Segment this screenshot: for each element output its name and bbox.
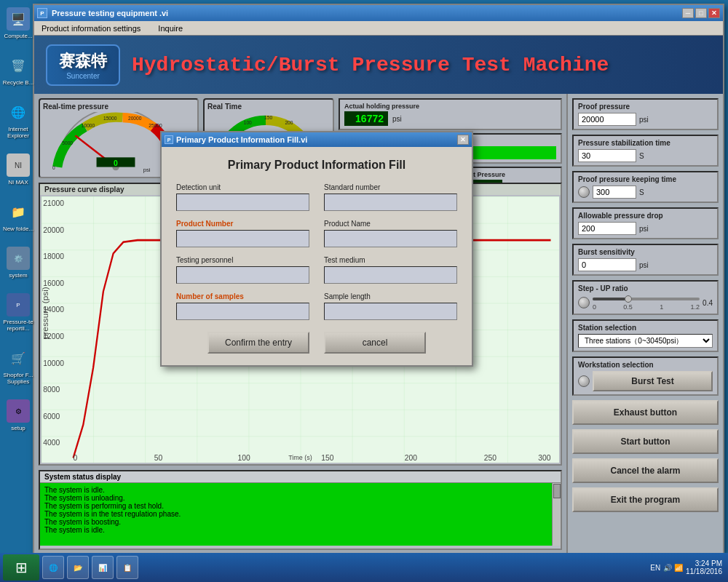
sample-length-input[interactable] (324, 303, 457, 320)
test-medium-label: Test medium (324, 256, 457, 264)
form-test-medium: Test medium (324, 256, 457, 284)
modal-title-bar-text: Primary Product Information Fill.vi (176, 135, 307, 144)
number-samples-input[interactable] (176, 303, 309, 320)
taskbar-item-3[interactable]: 📊 (92, 556, 114, 579)
modal-title-bar: P Primary Product Information Fill.vi ✕ (162, 132, 472, 147)
modal-content: Primary Product Information Fill Detecti… (162, 147, 472, 365)
product-name-label: Product Name (324, 220, 457, 228)
form-product-name: Product Name (324, 220, 457, 247)
detection-unit-label: Detection unit (176, 183, 309, 191)
taskbar-item-4[interactable]: 📋 (116, 556, 138, 579)
form-product-number: Product Number (176, 220, 309, 247)
standard-number-input[interactable] (324, 194, 457, 211)
product-number-label: Product Number (176, 220, 309, 228)
tray-icons: 🔊 📶 (663, 564, 683, 572)
testing-personnel-input[interactable] (176, 266, 309, 284)
taskbar-tray: EN 🔊 📶 3:24 PM 11/18/2016 (644, 559, 728, 575)
taskbar-item-2[interactable]: 📂 (67, 556, 89, 579)
test-medium-input[interactable] (324, 266, 457, 284)
number-samples-label: Number of samples (176, 292, 309, 300)
form-testing-personnel: Testing personnel (176, 256, 309, 284)
taskbar: ⊞ 🌐 📂 📊 📋 EN 🔊 📶 3:24 PM 11/18/2016 (0, 553, 728, 582)
form-sample-length: Sample length (324, 292, 457, 320)
modal-overlay: P Primary Product Information Fill.vi ✕ … (0, 0, 728, 582)
clock-time: 3:24 PM (686, 559, 722, 567)
standard-number-label: Standard number (324, 183, 457, 191)
taskbar-item-1[interactable]: 🌐 (42, 556, 64, 579)
form-detection-unit: Detection unit (176, 183, 309, 211)
form-number-samples: Number of samples (176, 292, 309, 320)
taskbar-items: 🌐 📂 📊 📋 (42, 556, 644, 579)
clock-area: 3:24 PM 11/18/2016 (686, 559, 722, 575)
clock-date: 11/18/2016 (686, 567, 722, 575)
form-standard-number: Standard number (324, 183, 457, 211)
modal-main-title: Primary Product Information Fill (176, 159, 457, 172)
form-grid: Detection unit Standard number Product N… (176, 183, 457, 320)
product-name-input[interactable] (324, 230, 457, 247)
lang-indicator[interactable]: EN (650, 564, 660, 572)
product-number-input[interactable] (176, 230, 309, 247)
modal-window: P Primary Product Information Fill.vi ✕ … (160, 131, 473, 367)
start-button-taskbar[interactable]: ⊞ (3, 554, 39, 581)
modal-close-button[interactable]: ✕ (457, 135, 469, 145)
modal-buttons: Confirm the entry cancel (176, 332, 457, 354)
testing-personnel-label: Testing personnel (176, 256, 309, 264)
cancel-button[interactable]: cancel (324, 332, 426, 354)
detection-unit-input[interactable] (176, 194, 309, 211)
sample-length-label: Sample length (324, 292, 457, 300)
confirm-entry-button[interactable]: Confirm the entry (207, 332, 309, 354)
